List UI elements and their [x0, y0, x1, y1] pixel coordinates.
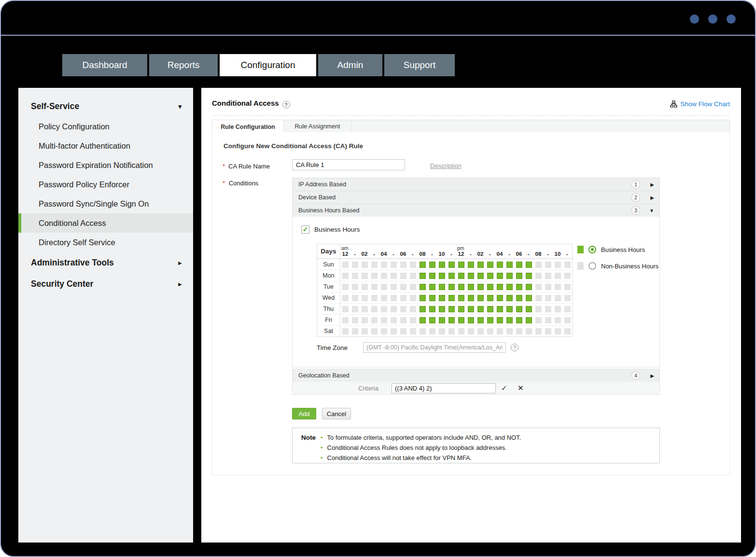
schedule-cell[interactable] [506, 317, 513, 323]
schedule-cell[interactable] [487, 306, 493, 312]
schedule-cell[interactable] [342, 273, 349, 279]
schedule-cell[interactable] [410, 317, 416, 323]
accordion-ip-address-based[interactable]: IP Address Based 1 ▶ [292, 178, 660, 191]
schedule-cell[interactable] [487, 295, 493, 301]
accordion-business-hours-based[interactable]: Business Hours Based 3 ▼ [292, 204, 660, 217]
schedule-cell[interactable] [468, 273, 474, 279]
schedule-cell[interactable] [564, 317, 571, 323]
schedule-cell[interactable] [400, 306, 406, 312]
schedule-cell[interactable] [400, 328, 406, 334]
schedule-cell[interactable] [371, 295, 378, 301]
schedule-cell[interactable] [526, 306, 532, 312]
schedule-cell[interactable] [468, 328, 474, 334]
schedule-cell[interactable] [545, 273, 551, 279]
cancel-button[interactable]: Cancel [322, 408, 351, 419]
schedule-cell[interactable] [535, 284, 542, 290]
schedule-cell[interactable] [526, 328, 532, 334]
schedule-cell[interactable] [352, 317, 358, 323]
schedule-cell[interactable] [391, 317, 397, 323]
schedule-cell[interactable] [391, 328, 397, 334]
schedule-cell[interactable] [487, 273, 493, 279]
schedule-cell[interactable] [429, 306, 435, 312]
schedule-cell[interactable] [420, 262, 426, 268]
schedule-cell[interactable] [342, 262, 349, 268]
schedule-cell[interactable] [506, 273, 513, 279]
schedule-cell[interactable] [526, 284, 532, 290]
schedule-cell[interactable] [487, 328, 493, 334]
schedule-cell[interactable] [564, 328, 571, 334]
schedule-cell[interactable] [516, 284, 522, 290]
schedule-cell[interactable] [448, 317, 455, 323]
schedule-cell[interactable] [391, 273, 397, 279]
description-link[interactable]: Description [430, 162, 462, 169]
criteria-cancel-icon[interactable]: ✕ [518, 384, 524, 392]
schedule-cell[interactable] [448, 328, 455, 334]
sidebar-section-security-center[interactable]: Security Center ▸ [18, 273, 193, 294]
schedule-cell[interactable] [526, 295, 532, 301]
schedule-cell[interactable] [468, 317, 474, 323]
schedule-cell[interactable] [420, 317, 426, 323]
accordion-device-based[interactable]: Device Based 2 ▶ [292, 191, 660, 204]
criteria-input[interactable] [392, 383, 496, 393]
schedule-cell[interactable] [381, 306, 387, 312]
schedule-cell[interactable] [400, 317, 406, 323]
schedule-cell[interactable] [429, 295, 435, 301]
schedule-cell[interactable] [477, 317, 484, 323]
schedule-cell[interactable] [400, 273, 406, 279]
schedule-cell[interactable] [420, 328, 426, 334]
schedule-cell[interactable] [516, 328, 522, 334]
schedule-cell[interactable] [477, 295, 484, 301]
schedule-cell[interactable] [429, 273, 435, 279]
schedule-cell[interactable] [410, 295, 416, 301]
schedule-cell[interactable] [477, 328, 484, 334]
schedule-cell[interactable] [410, 284, 416, 290]
schedule-cell[interactable] [352, 295, 358, 301]
schedule-cell[interactable] [526, 273, 532, 279]
sidebar-item-directory-self-service[interactable]: Directory Self Service [18, 233, 193, 252]
schedule-cell[interactable] [458, 295, 464, 301]
schedule-cell[interactable] [535, 317, 542, 323]
nav-tab-configuration[interactable]: Configuration [220, 54, 316, 76]
tab-rule-configuration[interactable]: Rule Configuration [212, 120, 284, 134]
ca-rule-name-input[interactable] [292, 159, 405, 170]
schedule-cell[interactable] [458, 328, 464, 334]
schedule-cell[interactable] [429, 284, 435, 290]
schedule-cell[interactable] [371, 284, 378, 290]
criteria-confirm-icon[interactable]: ✓ [501, 384, 507, 392]
schedule-cell[interactable] [545, 262, 551, 268]
add-button[interactable]: Add [292, 408, 316, 419]
schedule-cell[interactable] [468, 284, 474, 290]
schedule-cell[interactable] [391, 284, 397, 290]
schedule-cell[interactable] [477, 262, 484, 268]
schedule-cell[interactable] [506, 306, 513, 312]
schedule-cell[interactable] [535, 273, 542, 279]
schedule-cell[interactable] [410, 306, 416, 312]
schedule-cell[interactable] [400, 262, 406, 268]
schedule-cell[interactable] [545, 328, 551, 334]
schedule-cell[interactable] [429, 262, 435, 268]
window-dot-2[interactable] [708, 14, 717, 24]
schedule-cell[interactable] [362, 273, 368, 279]
schedule-cell[interactable] [506, 295, 513, 301]
tab-rule-assignment[interactable]: Rule Assignment [284, 120, 351, 132]
schedule-cell[interactable] [535, 295, 542, 301]
schedule-cell[interactable] [439, 284, 445, 290]
sidebar-section-self-service[interactable]: Self-Service ▾ [18, 96, 193, 117]
schedule-cell[interactable] [420, 273, 426, 279]
schedule-cell[interactable] [555, 273, 561, 279]
schedule-cell[interactable] [526, 317, 532, 323]
schedule-cell[interactable] [429, 317, 435, 323]
schedule-cell[interactable] [342, 295, 349, 301]
show-flow-chart-link[interactable]: Show Flow Chart [670, 100, 730, 108]
schedule-cell[interactable] [362, 306, 368, 312]
schedule-cell[interactable] [439, 262, 445, 268]
sidebar-item-password-expiration-notification[interactable]: Password Expiration Notification [18, 155, 193, 175]
schedule-cell[interactable] [458, 273, 464, 279]
schedule-cell[interactable] [400, 284, 406, 290]
schedule-cell[interactable] [516, 273, 522, 279]
nav-tab-dashboard[interactable]: Dashboard [62, 54, 147, 76]
schedule-cell[interactable] [391, 306, 397, 312]
sidebar-item-password-sync-single-sign-on[interactable]: Password Sync/Single Sign On [18, 194, 193, 213]
schedule-cell[interactable] [497, 328, 503, 334]
schedule-cell[interactable] [439, 295, 445, 301]
